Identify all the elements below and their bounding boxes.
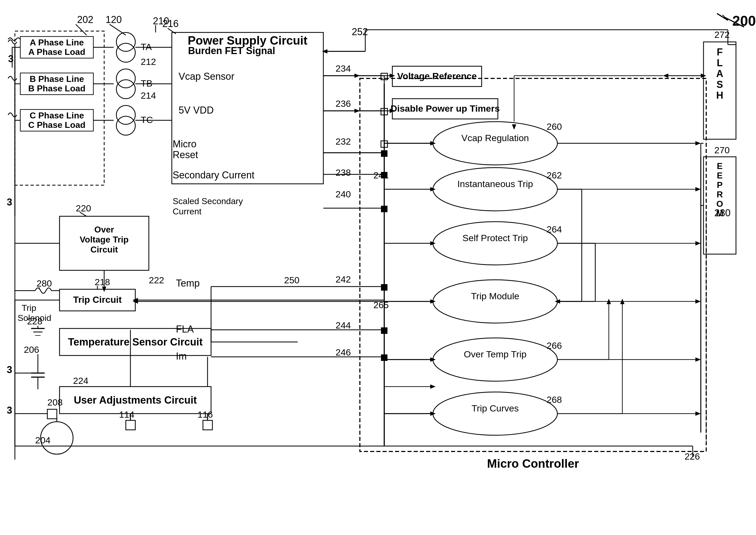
- svg-text:208: 208: [47, 397, 63, 408]
- svg-rect-0: [0, 0, 756, 535]
- svg-text:Secondary Current: Secondary Current: [173, 170, 254, 181]
- svg-text:234: 234: [336, 63, 351, 73]
- svg-text:226: 226: [684, 451, 700, 462]
- svg-text:L: L: [717, 57, 723, 69]
- svg-text:Reset: Reset: [173, 149, 198, 160]
- svg-text:Vcap Regulation: Vcap Regulation: [461, 133, 529, 143]
- svg-text:FLA: FLA: [176, 324, 194, 335]
- svg-text:232: 232: [336, 136, 351, 147]
- svg-text:Over Temp Trip: Over Temp Trip: [464, 349, 527, 359]
- svg-text:212: 212: [141, 57, 156, 67]
- svg-text:S: S: [716, 79, 723, 90]
- svg-text:Im: Im: [176, 351, 187, 362]
- svg-text:H: H: [716, 90, 723, 101]
- svg-text:Temperature Sensor Circuit: Temperature Sensor Circuit: [68, 336, 203, 348]
- svg-text:262: 262: [547, 170, 562, 180]
- svg-text:TB: TB: [141, 78, 152, 88]
- svg-text:114: 114: [119, 409, 135, 420]
- svg-text:270: 270: [714, 145, 730, 155]
- svg-text:3: 3: [7, 405, 12, 416]
- svg-text:TA: TA: [141, 42, 152, 52]
- svg-text:Current: Current: [173, 207, 201, 216]
- svg-text:240: 240: [336, 189, 351, 199]
- svg-text:B Phase Load: B Phase Load: [28, 84, 85, 93]
- svg-text:Trip Circuit: Trip Circuit: [73, 295, 121, 305]
- svg-text:Trip Curves: Trip Curves: [471, 403, 519, 413]
- svg-text:238: 238: [336, 167, 351, 178]
- svg-text:A Phase Line: A Phase Line: [30, 38, 84, 47]
- svg-text:C Phase Line: C Phase Line: [30, 111, 84, 120]
- svg-text:260: 260: [547, 121, 562, 132]
- svg-text:280: 280: [37, 278, 52, 289]
- svg-text:218: 218: [95, 277, 110, 287]
- svg-text:Trip Module: Trip Module: [471, 291, 519, 301]
- svg-text:User Adjustments Circuit: User Adjustments Circuit: [74, 394, 197, 406]
- svg-text:Temp: Temp: [176, 278, 200, 289]
- svg-text:206: 206: [24, 344, 39, 355]
- svg-text:M: M: [716, 209, 724, 218]
- svg-text:Burden FET Signal: Burden FET Signal: [188, 45, 275, 56]
- svg-text:Vcap Sensor: Vcap Sensor: [179, 71, 234, 82]
- svg-text:228: 228: [27, 316, 43, 326]
- svg-text:Disable Power up Timers: Disable Power up Timers: [390, 103, 500, 114]
- svg-text:F: F: [717, 46, 723, 58]
- svg-text:C Phase Load: C Phase Load: [28, 120, 85, 130]
- svg-text:268: 268: [547, 394, 562, 405]
- svg-text:P: P: [717, 180, 722, 190]
- svg-text:236: 236: [336, 99, 351, 109]
- diagram-container: 200 A Phase Line A Phase Load B Phase Li…: [0, 0, 756, 535]
- svg-text:246: 246: [336, 347, 351, 357]
- svg-text:3: 3: [7, 364, 12, 375]
- svg-text:202: 202: [77, 14, 93, 25]
- svg-text:264: 264: [547, 224, 562, 234]
- svg-text:O: O: [716, 199, 723, 209]
- svg-text:Micro Controller: Micro Controller: [487, 457, 579, 470]
- svg-text:B Phase Line: B Phase Line: [30, 74, 84, 84]
- svg-text:A: A: [716, 68, 723, 79]
- svg-text:A Phase Load: A Phase Load: [28, 47, 85, 57]
- svg-text:120: 120: [106, 14, 122, 25]
- svg-text:214: 214: [141, 90, 156, 100]
- svg-text:Voltage Trip: Voltage Trip: [80, 235, 129, 244]
- svg-text:3: 3: [8, 53, 14, 64]
- svg-text:266: 266: [547, 340, 562, 351]
- svg-text:210: 210: [153, 15, 169, 26]
- svg-text:Circuit: Circuit: [90, 245, 118, 254]
- svg-text:Over: Over: [94, 225, 114, 234]
- svg-text:3: 3: [7, 197, 12, 208]
- svg-text:250: 250: [284, 275, 300, 285]
- svg-text:E: E: [717, 171, 722, 180]
- svg-text:Instantaneous Trip: Instantaneous Trip: [457, 179, 533, 189]
- svg-text:272: 272: [714, 29, 730, 40]
- svg-text:116: 116: [197, 409, 213, 420]
- svg-text:5V VDD: 5V VDD: [179, 105, 214, 116]
- svg-text:244: 244: [336, 320, 351, 330]
- svg-text:224: 224: [73, 376, 88, 386]
- svg-text:220: 220: [76, 203, 91, 213]
- svg-text:Scaled Secondary: Scaled Secondary: [173, 196, 243, 206]
- svg-text:R: R: [716, 189, 723, 199]
- svg-text:204: 204: [35, 435, 50, 445]
- svg-text:Voltage Reference: Voltage Reference: [397, 71, 477, 81]
- svg-text:E: E: [717, 161, 722, 171]
- svg-text:242: 242: [336, 274, 351, 284]
- svg-text:Trip: Trip: [22, 303, 36, 313]
- svg-text:200: 200: [733, 13, 756, 29]
- svg-text:Micro: Micro: [173, 138, 197, 150]
- svg-text:TC: TC: [141, 115, 153, 125]
- svg-text:Self Protect Trip: Self Protect Trip: [463, 233, 528, 243]
- svg-text:222: 222: [149, 275, 164, 285]
